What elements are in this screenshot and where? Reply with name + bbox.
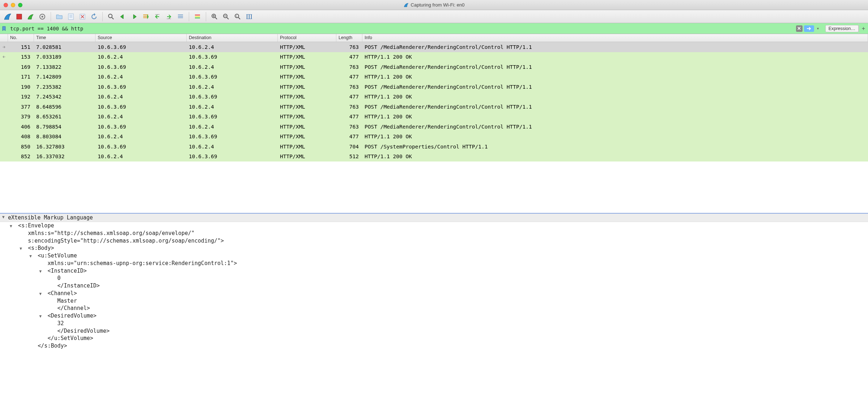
resize-columns-icon[interactable] <box>244 12 255 22</box>
cell-no: 192 <box>8 94 34 100</box>
packet-row[interactable]: 1717.14280910.6.2.410.6.3.69HTTP/XML477H… <box>0 72 868 82</box>
window-minimize-button[interactable] <box>11 3 15 7</box>
packet-row[interactable]: 4088.80308410.6.2.410.6.3.69HTTP/XML477H… <box>0 132 868 142</box>
shark-fin-icon <box>404 3 409 8</box>
apply-filter-button[interactable] <box>804 25 814 32</box>
packet-list-body[interactable]: 1517.02858110.6.3.6910.6.2.4HTTP/XML763P… <box>0 42 868 213</box>
packet-row[interactable]: 3798.65326110.6.2.410.6.3.69HTTP/XML477H… <box>0 112 868 122</box>
back-icon[interactable] <box>117 12 128 22</box>
clear-filter-button[interactable]: ✕ <box>796 25 803 32</box>
shark-fin-icon[interactable] <box>2 12 13 22</box>
expression-button[interactable]: Expression… <box>825 25 859 32</box>
reload-icon[interactable] <box>89 12 99 22</box>
detail-tree-line[interactable]: </InstanceID> <box>0 282 868 290</box>
svg-line-9 <box>112 17 114 19</box>
cell-info: POST /MediaRenderer/RenderingControl/Con… <box>362 104 868 110</box>
first-icon[interactable] <box>152 12 163 22</box>
cell-info: HTTP/1.1 200 OK <box>362 74 868 80</box>
packet-list-pane: No. Time Source Destination Protocol Len… <box>0 34 868 214</box>
cell-source: 10.6.2.4 <box>95 134 187 139</box>
cell-length: 763 <box>336 64 362 70</box>
packet-row[interactable]: 1927.24534210.6.2.410.6.3.69HTTP/XML477H… <box>0 92 868 102</box>
window-close-button[interactable] <box>4 3 8 7</box>
cell-destination: 10.6.2.4 <box>187 64 278 70</box>
save-icon[interactable] <box>65 12 76 22</box>
detail-tree-line[interactable]: 0 <box>0 274 868 282</box>
detail-tree-line[interactable]: s:encodingStyle="http://schemas.xmlsoap.… <box>0 237 868 245</box>
zoom-reset-icon[interactable]: 1 <box>232 12 243 22</box>
detail-tree-line[interactable]: </DesiredVolume> <box>0 327 868 335</box>
main-toolbar: 1 <box>0 10 868 23</box>
detail-tree-line[interactable]: ▼ <s:Body> <box>0 244 868 252</box>
row-gutter-icon <box>0 45 8 50</box>
detail-tree-line[interactable]: ▼ <u:SetVolume <box>0 252 868 260</box>
cell-destination: 10.6.2.4 <box>187 104 278 110</box>
restart-icon[interactable] <box>25 12 36 22</box>
cell-time: 16.337032 <box>34 154 95 159</box>
colorize-icon[interactable] <box>192 12 203 22</box>
cell-length: 477 <box>336 134 362 139</box>
cell-destination: 10.6.2.4 <box>187 144 278 150</box>
cell-info: HTTP/1.1 200 OK <box>362 94 868 100</box>
detail-tree-line[interactable]: 32 <box>0 320 868 327</box>
svg-line-26 <box>238 17 240 19</box>
detail-tree-line[interactable]: xmlns:u="urn:schemas-upnp-org:service:Re… <box>0 260 868 267</box>
cell-info: POST /MediaRenderer/RenderingControl/Con… <box>362 84 868 90</box>
detail-tree-line[interactable]: </Channel> <box>0 305 868 312</box>
cell-time: 7.033189 <box>34 54 95 60</box>
detail-tree-line[interactable]: Master <box>0 297 868 305</box>
cell-length: 477 <box>336 94 362 100</box>
bookmark-icon[interactable] <box>0 26 8 31</box>
packet-row[interactable]: 3778.64859610.6.3.6910.6.2.4HTTP/XML763P… <box>0 102 868 112</box>
zoom-in-icon[interactable] <box>209 12 220 22</box>
column-header-no: No. <box>8 34 34 42</box>
detail-section-header[interactable]: eXtensible Markup Language <box>0 214 868 222</box>
cell-source: 10.6.2.4 <box>95 54 187 60</box>
find-icon[interactable] <box>106 12 116 22</box>
svg-rect-17 <box>195 17 200 18</box>
cell-length: 477 <box>336 74 362 80</box>
zoom-out-icon[interactable] <box>221 12 231 22</box>
detail-tree-line[interactable]: ▼ <Channel> <box>0 290 868 297</box>
packet-row[interactable]: 1517.02858110.6.3.6910.6.2.4HTTP/XML763P… <box>0 42 868 52</box>
stop-icon[interactable] <box>14 12 25 22</box>
options-icon[interactable] <box>37 12 48 22</box>
column-header-time: Time <box>34 34 95 42</box>
detail-tree-line[interactable]: </u:SetVolume> <box>0 335 868 342</box>
add-filter-button[interactable]: + <box>859 23 868 34</box>
open-icon[interactable] <box>54 12 65 22</box>
cell-time: 8.803084 <box>34 134 95 139</box>
detail-tree-line[interactable]: ▼ <s:Envelope <box>0 222 868 230</box>
packet-row[interactable]: 85016.32780310.6.3.6910.6.2.4HTTP/XML704… <box>0 142 868 152</box>
cell-time: 7.133822 <box>34 64 95 70</box>
packet-details-pane[interactable]: eXtensible Markup Language ▼ <s:Envelope… <box>0 214 868 407</box>
packet-row[interactable]: 1907.23538210.6.3.6910.6.2.4HTTP/XML763P… <box>0 82 868 92</box>
cell-protocol: HTTP/XML <box>278 94 336 100</box>
detail-tree-line[interactable]: xmlns:s="http://schemas.xmlsoap.org/soap… <box>0 230 868 237</box>
filter-history-dropdown[interactable]: ▾ <box>816 26 820 30</box>
display-filter-input[interactable] <box>8 24 796 33</box>
packet-row[interactable]: 4068.79885410.6.3.6910.6.2.4HTTP/XML763P… <box>0 122 868 132</box>
forward-icon[interactable] <box>129 12 140 22</box>
packet-row[interactable]: 1537.03318910.6.2.410.6.3.69HTTP/XML477H… <box>0 52 868 62</box>
jump-icon[interactable] <box>140 12 151 22</box>
cell-length: 763 <box>336 124 362 130</box>
cell-info: POST /SystemProperties/Control HTTP/1.1 <box>362 144 868 150</box>
detail-tree-line[interactable]: </s:Body> <box>0 342 868 350</box>
window-maximize-button[interactable] <box>18 3 22 7</box>
column-header-destination: Destination <box>187 34 278 42</box>
cell-no: 190 <box>8 84 34 90</box>
cell-no: 852 <box>8 154 34 159</box>
svg-point-2 <box>42 16 43 17</box>
last-icon[interactable] <box>163 12 174 22</box>
cell-length: 477 <box>336 114 362 119</box>
cell-source: 10.6.2.4 <box>95 94 187 100</box>
detail-tree-line[interactable]: ▼ <InstanceID> <box>0 267 868 275</box>
close-file-icon[interactable] <box>77 12 88 22</box>
packet-list-header[interactable]: No. Time Source Destination Protocol Len… <box>0 34 868 42</box>
cell-no: 153 <box>8 54 34 60</box>
detail-tree-line[interactable]: ▼ <DesiredVolume> <box>0 312 868 320</box>
auto-scroll-icon[interactable] <box>175 12 186 22</box>
packet-row[interactable]: 85216.33703210.6.2.410.6.3.69HTTP/XML512… <box>0 152 868 162</box>
packet-row[interactable]: 1697.13382210.6.3.6910.6.2.4HTTP/XML763P… <box>0 62 868 72</box>
